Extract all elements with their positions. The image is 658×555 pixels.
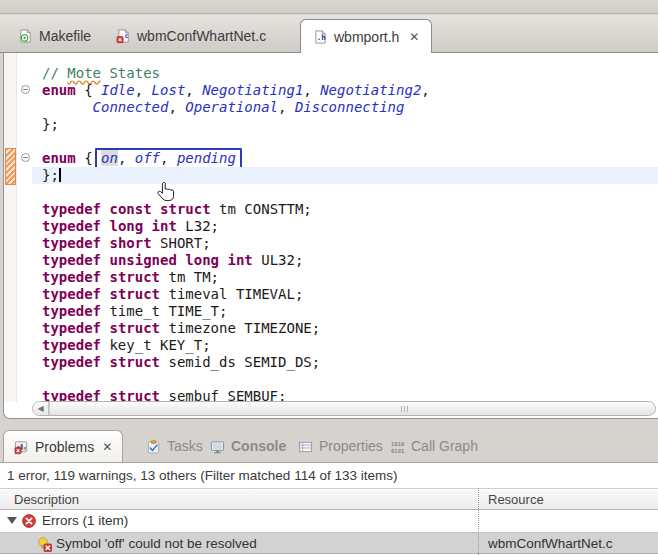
view-tab-label: Tasks	[167, 438, 203, 454]
code-token: };	[42, 167, 59, 183]
horizontal-scrollbar[interactable]: ◀	[32, 401, 656, 416]
column-divider[interactable]	[478, 488, 479, 555]
svg-text:1010: 1010	[391, 441, 405, 447]
properties-icon	[298, 439, 313, 454]
code-token: Connected	[93, 99, 169, 115]
expander-triangle-icon[interactable]	[7, 517, 17, 524]
fold-collapse-icon[interactable]	[21, 85, 30, 94]
code-token: Negotiating1	[202, 82, 303, 98]
code-token: ,	[160, 150, 177, 166]
code-token: struct	[109, 320, 160, 336]
code-token: States	[101, 65, 160, 81]
c-file-error-icon: c	[116, 28, 131, 44]
code-token: {	[76, 150, 101, 166]
code-line[interactable]	[32, 133, 658, 150]
code-token: long	[109, 218, 143, 234]
occurrence-marker	[5, 148, 16, 185]
code-token: tm TM;	[160, 269, 219, 285]
code-line[interactable]: typedef struct timeval TIMEVAL;	[32, 286, 658, 303]
code-token	[42, 99, 93, 115]
code-line[interactable]: typedef long int L32;	[32, 218, 658, 235]
code-token: typedef	[42, 286, 101, 302]
code-line[interactable]: typedef key_t KEY_T;	[32, 337, 658, 354]
tab-close-icon[interactable]: ✕	[102, 440, 112, 454]
code-line[interactable]: // Mote States	[32, 65, 658, 82]
fold-collapse-icon[interactable]	[21, 153, 30, 162]
code-line[interactable]: typedef unsigned long int UL32;	[32, 252, 658, 269]
problem-resource: wbmConfWhartNet.c	[488, 536, 613, 551]
scrollbar-thumb[interactable]	[49, 402, 655, 415]
error-icon	[22, 514, 36, 528]
code-token: Idle	[101, 82, 135, 98]
view-tab-label: Call Graph	[411, 438, 478, 454]
editor-tab-wbmport-h[interactable]: .hwbmport.h✕	[300, 19, 432, 53]
code-token: typedef	[42, 354, 101, 370]
eclipse-window: MakefilecwbmConfWhartNet.c.hwbmport.h✕ /…	[0, 0, 658, 555]
view-tab-label: Properties	[319, 438, 383, 454]
scroll-left-arrow-icon[interactable]: ◀	[33, 402, 49, 415]
view-tab-properties[interactable]: Properties	[288, 430, 393, 462]
code-token: int	[152, 218, 177, 234]
svg-text:.h: .h	[317, 33, 326, 42]
editor-tab-label: Makefile	[39, 28, 91, 44]
svg-text:0101: 0101	[391, 447, 405, 453]
code-token: UL32;	[253, 252, 304, 268]
view-tab-problems[interactable]: Problems✕	[3, 430, 123, 462]
code-token: typedef	[42, 269, 101, 285]
code-token: pending	[177, 150, 236, 166]
code-line[interactable]: typedef struct tm TM;	[32, 269, 658, 286]
code-token: key_t KEY_T;	[101, 337, 211, 353]
code-token: enum	[42, 82, 76, 98]
code-token: struct	[109, 269, 160, 285]
code-token: typedef	[42, 252, 101, 268]
problem-row-selected[interactable]: Symbol 'off' could not be resolved wbmCo…	[0, 532, 658, 554]
errors-group-row[interactable]: Errors (1 item)	[0, 510, 658, 532]
code-token: ,	[168, 99, 185, 115]
code-line[interactable]: typedef short SHORT;	[32, 235, 658, 252]
problems-summary: 1 error, 119 warnings, 13 others (Filter…	[7, 468, 397, 483]
code-token: tm CONSTTM;	[211, 201, 312, 217]
code-line[interactable]	[32, 184, 658, 201]
code-token: SHORT;	[152, 235, 211, 251]
problems-table-header[interactable]: Description Resource	[0, 488, 658, 510]
code-line[interactable]: typedef struct timezone TIMEZONE;	[32, 320, 658, 337]
problems-view: 1 error, 119 warnings, 13 others (Filter…	[0, 462, 658, 555]
code-editor[interactable]: // Mote Statesenum { Idle, Lost, Negotia…	[3, 53, 658, 419]
code-token: };	[42, 116, 59, 132]
makefile-icon	[18, 28, 33, 44]
code-line[interactable]: enum { Idle, Lost, Negotiating1, Negotia…	[32, 82, 658, 99]
quickfix-error-icon	[36, 536, 52, 552]
code-line[interactable]: typedef const struct tm CONSTTM;	[32, 201, 658, 218]
annotation-ruler[interactable]	[4, 53, 17, 402]
view-tab-call-graph[interactable]: 10100101Call Graph	[380, 430, 488, 462]
view-tab-label: Problems	[35, 439, 94, 455]
code-token: Mote	[67, 65, 101, 81]
problem-description: Symbol 'off' could not be resolved	[56, 536, 257, 551]
code-token: ,	[278, 99, 295, 115]
tab-close-icon[interactable]: ✕	[409, 30, 419, 44]
code-token: //	[42, 65, 67, 81]
code-token: ,	[118, 150, 135, 166]
code-token: int	[227, 252, 252, 268]
svg-text:c: c	[124, 32, 128, 40]
code-line[interactable]: Connected, Operational, Disconnecting	[32, 99, 658, 116]
view-tab-console[interactable]: Console	[200, 430, 296, 462]
scrollbar-grip	[401, 406, 408, 412]
problems-icon	[14, 439, 29, 454]
code-token: time_t TIME_T;	[101, 303, 227, 319]
column-description[interactable]: Description	[14, 492, 79, 507]
window-top-band	[0, 0, 658, 14]
code-line[interactable]	[32, 371, 658, 388]
h-file-icon: .h	[313, 29, 328, 45]
code-line-current[interactable]: };	[32, 167, 658, 184]
code-line[interactable]: typedef struct semid_ds SEMID_DS;	[32, 354, 658, 371]
code-line[interactable]: enum { on, off, pending	[32, 150, 658, 167]
code-area[interactable]: // Mote Statesenum { Idle, Lost, Negotia…	[32, 65, 658, 405]
editor-tab-makefile[interactable]: Makefile	[6, 20, 103, 52]
code-token: Negotiating2	[320, 82, 421, 98]
code-line[interactable]: };	[32, 116, 658, 133]
column-resource[interactable]: Resource	[488, 492, 544, 507]
editor-tab-wbmconfwhartnet-c[interactable]: cwbmConfWhartNet.c	[104, 20, 278, 52]
code-token: Lost	[152, 82, 186, 98]
code-line[interactable]: typedef time_t TIME_T;	[32, 303, 658, 320]
